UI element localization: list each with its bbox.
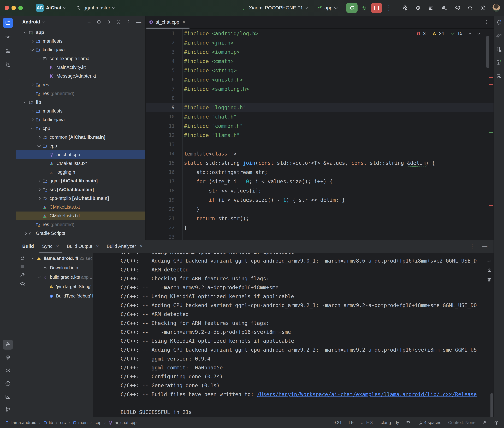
- line-number[interactable]: 12: [146, 131, 183, 140]
- run-configuration-selector[interactable]: app: [317, 5, 337, 11]
- code-line[interactable]: 11#include "common.h": [146, 121, 494, 131]
- code-line[interactable]: 16 std::ostringstream str;: [146, 167, 494, 177]
- chevron-down-icon[interactable]: [31, 48, 34, 51]
- chevron-down-icon[interactable]: [38, 275, 41, 278]
- context-indicator[interactable]: Context: None: [448, 420, 476, 425]
- tool-version-control-button[interactable]: [3, 405, 13, 415]
- line-number[interactable]: 23: [146, 232, 183, 240]
- inspection-status-icon[interactable]: [494, 420, 499, 425]
- inspections-widget[interactable]: 3 24 15: [416, 31, 480, 36]
- analysis-stripe-mark[interactable]: [489, 205, 493, 206]
- chevron-down-icon[interactable]: [31, 126, 34, 130]
- chevron-right-icon[interactable]: [24, 232, 27, 235]
- soft-wrap-icon[interactable]: [487, 258, 492, 263]
- options-kebab-icon[interactable]: ⋮: [126, 19, 131, 25]
- code-line[interactable]: 20 }: [146, 205, 494, 214]
- code-line[interactable]: 18 str << values[i];: [146, 186, 494, 195]
- code-line[interactable]: 12#include "llama.h": [146, 131, 494, 140]
- project-tree-item[interactable]: res (generated): [16, 220, 145, 229]
- project-view-selector[interactable]: Android: [22, 19, 40, 25]
- chevron-right-icon[interactable]: [37, 179, 41, 182]
- code-line[interactable]: 4#include <cmath>: [146, 57, 494, 66]
- code-line[interactable]: 8: [146, 93, 494, 103]
- chevron-right-icon[interactable]: [31, 83, 34, 86]
- project-tree-item[interactable]: manifests: [16, 107, 145, 115]
- project-tree-item[interactable]: logging.h: [16, 168, 145, 177]
- rerun-button[interactable]: [346, 3, 358, 13]
- gradle-sync-button[interactable]: [453, 4, 461, 12]
- prev-problem-icon[interactable]: [468, 33, 471, 36]
- code-line[interactable]: 2#include <jni.h>: [146, 38, 494, 47]
- file-encoding[interactable]: UTF-8: [360, 420, 373, 425]
- close-tab-icon[interactable]: ✕: [56, 244, 59, 249]
- line-number[interactable]: 5: [146, 66, 183, 75]
- chevron-right-icon[interactable]: [37, 197, 41, 200]
- close-window-button[interactable]: [5, 6, 9, 10]
- line-number[interactable]: 9: [146, 103, 183, 112]
- project-tree-item[interactable]: ggml [AiChat.lib.main]: [16, 177, 145, 185]
- tool-gemini-button[interactable]: [494, 72, 503, 81]
- project-tree-item[interactable]: MessageAdapter.kt: [16, 72, 145, 81]
- code-line[interactable]: 13: [146, 140, 494, 149]
- code-line[interactable]: 9#include "logging.h": [146, 103, 494, 112]
- breadcrumb-item[interactable]: cpp: [94, 420, 101, 425]
- tool-logcat-button[interactable]: [3, 366, 13, 376]
- code-line[interactable]: 15static std::string join(const std::vec…: [146, 158, 494, 167]
- stop-build-icon[interactable]: [21, 265, 24, 268]
- project-tree-item[interactable]: manifests: [16, 37, 145, 46]
- project-tree-item[interactable]: ai_chat.cpp: [16, 150, 145, 159]
- line-number[interactable]: 1: [146, 29, 183, 38]
- chevron-right-icon[interactable]: [37, 188, 41, 191]
- tab-build-output[interactable]: Build Output ✕: [63, 240, 103, 253]
- line-number[interactable]: 13: [146, 140, 183, 149]
- project-widget[interactable]: AC AiChat: [36, 4, 66, 12]
- line-number[interactable]: 22: [146, 223, 183, 232]
- apply-changes-button[interactable]: [414, 4, 422, 12]
- close-tab-icon[interactable]: ✕: [182, 20, 186, 25]
- clear-console-icon[interactable]: [487, 277, 492, 282]
- close-tab-icon[interactable]: ✕: [96, 244, 99, 249]
- breadcrumb-item[interactable]: lib: [43, 420, 53, 425]
- unlocked-icon[interactable]: [482, 420, 487, 425]
- chevron-right-icon[interactable]: [31, 40, 34, 43]
- hide-panel-icon[interactable]: —: [136, 19, 141, 25]
- line-number[interactable]: 14: [146, 149, 183, 158]
- chevron-right-icon[interactable]: [31, 118, 34, 121]
- project-tree-item[interactable]: res: [16, 81, 145, 89]
- chevron-down-icon[interactable]: [37, 144, 41, 147]
- project-tree-item[interactable]: com.example.llama: [16, 54, 145, 63]
- line-number[interactable]: 10: [146, 112, 183, 121]
- hide-build-panel-icon[interactable]: —: [482, 243, 487, 249]
- breadcrumb-item[interactable]: main: [73, 420, 87, 425]
- build-options-kebab-icon[interactable]: ⋮: [470, 243, 475, 249]
- settings-button[interactable]: [479, 4, 487, 12]
- project-tree-item[interactable]: lib: [16, 98, 145, 107]
- build-tree-item[interactable]: build.gradle.kts app 1 warning: [29, 272, 93, 282]
- formatter-icon[interactable]: [406, 420, 411, 425]
- chevron-down-icon[interactable]: [24, 100, 27, 103]
- project-tree-item[interactable]: Gradle Scripts: [16, 229, 145, 238]
- project-tree-item[interactable]: app: [16, 28, 145, 37]
- build-tree-item[interactable]: Download info: [29, 263, 93, 272]
- build-button[interactable]: [401, 4, 409, 12]
- code-line[interactable]: 6#include <unistd.h>: [146, 75, 494, 84]
- analysis-stripe-mark[interactable]: [489, 132, 493, 133]
- chevron-right-icon[interactable]: [31, 109, 34, 113]
- add-icon[interactable]: ＋: [86, 19, 92, 25]
- tab-build-analyzer[interactable]: Build Analyzer ✕: [103, 240, 147, 253]
- editor-scrollbar[interactable]: [486, 36, 489, 68]
- project-tree-item[interactable]: kotlin+java: [16, 115, 145, 124]
- code-area[interactable]: 1#include <android/log.h>2#include <jni.…: [146, 29, 494, 240]
- code-line[interactable]: 3#include <iomanip>: [146, 47, 494, 57]
- line-number[interactable]: 17: [146, 177, 183, 186]
- indent-config[interactable]: 4 spaces: [418, 420, 441, 425]
- fullscreen-window-button[interactable]: [18, 6, 23, 10]
- expand-all-icon[interactable]: [106, 19, 111, 25]
- project-tree-item[interactable]: CMakeLists.txt: [16, 203, 145, 212]
- close-tab-icon[interactable]: ✕: [139, 244, 143, 249]
- code-line[interactable]: 14template<class T>: [146, 149, 494, 158]
- tool-gradle-button[interactable]: [494, 32, 503, 41]
- view-options-eye-icon[interactable]: [20, 281, 25, 286]
- editor-tab[interactable]: ai_chat.cpp ✕: [146, 16, 190, 28]
- project-tree-item[interactable]: CMakeLists.txt: [16, 212, 145, 220]
